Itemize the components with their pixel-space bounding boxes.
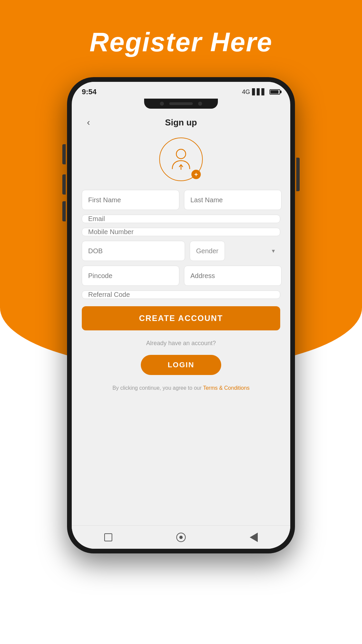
header-title: Sign up bbox=[165, 117, 197, 128]
app-header: ‹ Sign up bbox=[72, 111, 290, 134]
email-input[interactable] bbox=[82, 215, 280, 223]
referral-code-input[interactable] bbox=[82, 290, 280, 299]
nav-home-button[interactable] bbox=[173, 529, 189, 546]
registration-form: Gender Male Female Other bbox=[82, 190, 280, 391]
status-time: 9:54 bbox=[82, 88, 97, 96]
triangle-back-icon bbox=[250, 533, 258, 542]
name-row bbox=[82, 190, 280, 210]
back-button[interactable]: ‹ bbox=[82, 116, 95, 129]
square-icon bbox=[104, 533, 112, 541]
address-input[interactable] bbox=[184, 266, 282, 286]
speaker-bar bbox=[169, 102, 193, 105]
mobile-input[interactable] bbox=[82, 228, 280, 236]
app-content: + bbox=[72, 134, 290, 525]
dob-input[interactable] bbox=[82, 241, 185, 261]
avatar-upload[interactable]: + bbox=[159, 138, 203, 181]
first-name-input[interactable] bbox=[82, 190, 179, 210]
user-avatar-icon bbox=[168, 146, 194, 173]
notch-area bbox=[72, 99, 290, 109]
gender-select[interactable]: Gender Male Female Other bbox=[190, 241, 225, 261]
page-title: Register Here bbox=[0, 27, 362, 58]
bottom-navigation bbox=[72, 525, 290, 549]
battery-icon bbox=[269, 89, 280, 95]
login-button[interactable]: LOGIN bbox=[141, 355, 221, 375]
phone-screen: 9:54 4G ▋▋▋ ‹ Si bbox=[72, 82, 290, 549]
pincode-address-row bbox=[82, 266, 280, 286]
terms-link[interactable]: Terms & Conditions bbox=[203, 385, 250, 391]
gender-wrapper: Gender Male Female Other bbox=[190, 241, 280, 261]
last-name-input[interactable] bbox=[184, 190, 282, 210]
add-avatar-badge: + bbox=[191, 170, 201, 179]
sensor-dot bbox=[198, 102, 202, 106]
svg-point-0 bbox=[176, 149, 186, 159]
circle-icon bbox=[176, 533, 186, 542]
pincode-input[interactable] bbox=[82, 266, 179, 286]
nav-back-button[interactable] bbox=[245, 529, 262, 546]
phone-mockup: 9:54 4G ▋▋▋ ‹ Si bbox=[67, 77, 295, 553]
outer-background: Register Here 9:54 4G ▋▋▋ bbox=[0, 0, 362, 644]
wifi-bars-icon: ▋▋▋ bbox=[252, 88, 266, 96]
phone-notch bbox=[144, 99, 218, 109]
dob-gender-row: Gender Male Female Other bbox=[82, 241, 280, 261]
signal-icon: 4G bbox=[242, 89, 250, 96]
nav-square-button[interactable] bbox=[100, 529, 117, 546]
already-have-account-text: Already have an account? bbox=[82, 340, 280, 347]
status-icons: 4G ▋▋▋ bbox=[242, 88, 280, 96]
terms-text: By clicking continue, you agree to our T… bbox=[82, 385, 280, 391]
camera-dot bbox=[160, 102, 164, 106]
create-account-button[interactable]: CREATE ACCOUNT bbox=[82, 306, 280, 330]
